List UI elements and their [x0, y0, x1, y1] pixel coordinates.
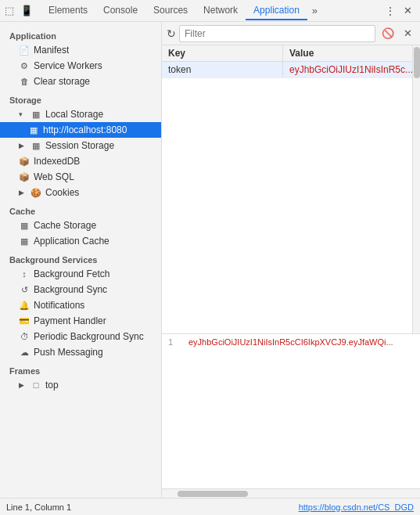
sidebar-item-cookies[interactable]: ▶ 🍪 Cookies [0, 185, 161, 200]
sidebar-item-periodic-background-sync[interactable]: ⏱ Periodic Background Sync [0, 329, 161, 344]
value-line: 1 eyJhbGciOiJIUzI1NiIsInR5cCI6IkpXVCJ9.e… [162, 334, 420, 350]
sidebar-item-background-fetch[interactable]: ↕ Background Fetch [0, 266, 161, 282]
cookies-arrow: ▶ [19, 189, 27, 196]
column-key: Key [162, 45, 283, 61]
sidebar-item-session-storage[interactable]: ▶ ▦ Session Storage [0, 138, 161, 153]
service-workers-icon: ⚙ [19, 61, 30, 71]
sidebar-item-payment-handler-label: Payment Handler [34, 315, 106, 326]
status-link[interactable]: https://blog.csdn.net/CS_DGD [299, 502, 414, 512]
background-sync-icon: ↺ [19, 285, 30, 295]
sidebar-item-indexeddb[interactable]: 📦 IndexedDB [0, 153, 161, 169]
table-body: token eyJhbGciOiJIUzI1NiIsInR5c... [162, 62, 420, 333]
section-label-application: Application [0, 25, 161, 42]
sidebar-item-clear-storage-label: Clear storage [34, 76, 90, 87]
top-frame-icon: □ [31, 380, 41, 390]
tab-console[interactable]: Console [95, 2, 145, 20]
sidebar-item-service-workers[interactable]: ⚙ Service Workers [0, 58, 161, 74]
sidebar-item-local-storage[interactable]: ▾ ▦ Local Storage [0, 106, 161, 122]
line-number: 1 [168, 337, 182, 347]
devtools-cursor-icon[interactable]: ⬚ [3, 3, 16, 18]
filter-bar: ↻ 🚫 ✕ [162, 22, 420, 45]
tab-network[interactable]: Network [196, 2, 246, 20]
sidebar: Application 📄 Manifest ⚙ Service Workers… [0, 22, 162, 498]
cache-storage-icon: ▦ [19, 221, 30, 231]
sidebar-item-application-cache[interactable]: ▦ Application Cache [0, 233, 161, 249]
table-row[interactable]: token eyJhbGciOiJIUzI1NiIsInR5c... [162, 62, 420, 78]
sidebar-item-web-sql-label: Web SQL [34, 171, 74, 182]
tab-bar: ⬚ 📱 Elements Console Sources Network App… [0, 0, 420, 22]
section-label-frames: Frames [0, 360, 161, 377]
sidebar-item-clear-storage[interactable]: 🗑 Clear storage [0, 74, 161, 89]
session-storage-icon: ▦ [31, 141, 41, 151]
web-sql-icon: 📦 [19, 172, 30, 182]
sidebar-item-top[interactable]: ▶ □ top [0, 377, 161, 393]
status-bar: Line 1, Column 1 https://blog.csdn.net/C… [0, 498, 420, 515]
sidebar-item-periodic-sync-label: Periodic Background Sync [34, 331, 144, 342]
sidebar-item-manifest-label: Manifest [34, 45, 69, 56]
block-icon[interactable]: 🚫 [379, 26, 397, 41]
sidebar-item-localhost-8080[interactable]: ▦ http://localhost:8080 [0, 122, 161, 138]
tab-sources[interactable]: Sources [145, 2, 196, 20]
notifications-icon: 🔔 [19, 301, 30, 311]
top-arrow: ▶ [19, 381, 27, 389]
devtools-phone-icon[interactable]: 📱 [19, 3, 34, 18]
sidebar-item-top-label: top [45, 380, 59, 391]
section-label-background-services: Background Services [0, 249, 161, 266]
sidebar-item-service-workers-label: Service Workers [34, 60, 102, 71]
horizontal-scrollbar[interactable] [162, 488, 420, 498]
background-fetch-icon: ↕ [19, 269, 30, 279]
sidebar-item-manifest[interactable]: 📄 Manifest [0, 42, 161, 58]
section-label-cache: Cache [0, 200, 161, 218]
sidebar-item-application-cache-label: Application Cache [34, 236, 109, 247]
sidebar-item-local-storage-label: Local Storage [45, 109, 103, 120]
devtools-icons: ⬚ 📱 [3, 3, 34, 18]
local-storage-icon: ▦ [31, 110, 41, 120]
main-area: Application 📄 Manifest ⚙ Service Workers… [0, 22, 420, 498]
sidebar-item-indexeddb-label: IndexedDB [34, 156, 80, 167]
value-area: 1 eyJhbGciOiJIUzI1NiIsInR5cCI6IkpXVCJ9.e… [162, 333, 420, 498]
sidebar-item-web-sql[interactable]: 📦 Web SQL [0, 169, 161, 185]
local-storage-arrow: ▾ [19, 110, 27, 118]
application-cache-icon: ▦ [19, 236, 30, 247]
cell-key: token [162, 62, 283, 77]
tab-application[interactable]: Application [246, 2, 307, 20]
sidebar-item-background-sync[interactable]: ↺ Background Sync [0, 282, 161, 297]
table-header: Key Value [162, 45, 420, 62]
tab-menu-button[interactable]: ⋮ [382, 3, 399, 19]
sidebar-item-session-storage-label: Session Storage [45, 140, 114, 151]
devtools-close-button[interactable]: ✕ [399, 3, 417, 18]
sidebar-item-cookies-label: Cookies [45, 187, 79, 198]
clear-storage-icon: 🗑 [19, 77, 30, 86]
column-value: Value [283, 45, 420, 61]
tab-more-button[interactable]: » [307, 2, 322, 20]
sidebar-item-background-fetch-label: Background Fetch [34, 268, 109, 279]
sidebar-item-localhost-label: http://localhost:8080 [43, 124, 127, 135]
sidebar-item-notifications-label: Notifications [34, 300, 84, 311]
vscroll-thumb [414, 47, 420, 78]
sidebar-item-background-sync-label: Background Sync [34, 284, 107, 295]
cell-value: eyJhbGciOiJIUzI1NiIsInR5c... [283, 62, 420, 77]
filter-input[interactable] [179, 25, 375, 42]
sidebar-item-push-messaging[interactable]: ☁ Push Messaging [0, 344, 161, 360]
indexeddb-icon: 📦 [19, 157, 30, 167]
payment-handler-icon: 💳 [19, 316, 30, 326]
sidebar-item-cache-storage-label: Cache Storage [34, 220, 96, 231]
session-storage-arrow: ▶ [19, 142, 27, 149]
hscroll-thumb [178, 491, 248, 497]
section-label-storage: Storage [0, 89, 161, 106]
sidebar-item-payment-handler[interactable]: 💳 Payment Handler [0, 313, 161, 329]
manifest-icon: 📄 [19, 45, 30, 56]
refresh-button[interactable]: ↻ [167, 27, 176, 40]
sidebar-item-cache-storage[interactable]: ▦ Cache Storage [0, 218, 161, 233]
periodic-sync-icon: ⏱ [19, 332, 30, 341]
localhost-icon: ▦ [28, 125, 39, 135]
sidebar-item-notifications[interactable]: 🔔 Notifications [0, 297, 161, 313]
push-messaging-icon: ☁ [19, 348, 30, 358]
tab-elements[interactable]: Elements [41, 2, 95, 20]
value-text: eyJhbGciOiJIUzI1NiIsInR5cCI6IkpXVCJ9.eyJ… [188, 337, 393, 347]
table-area: Key Value token eyJhbGciOiJIUzI1NiIsInR5… [162, 45, 420, 333]
clear-filter-button[interactable]: ✕ [400, 26, 415, 41]
cookies-icon: 🍪 [31, 188, 41, 198]
cursor-position: Line 1, Column 1 [6, 502, 71, 512]
right-panel: ↻ 🚫 ✕ Key Value token eyJhbGciOiJIUzI1Ni… [162, 22, 420, 498]
